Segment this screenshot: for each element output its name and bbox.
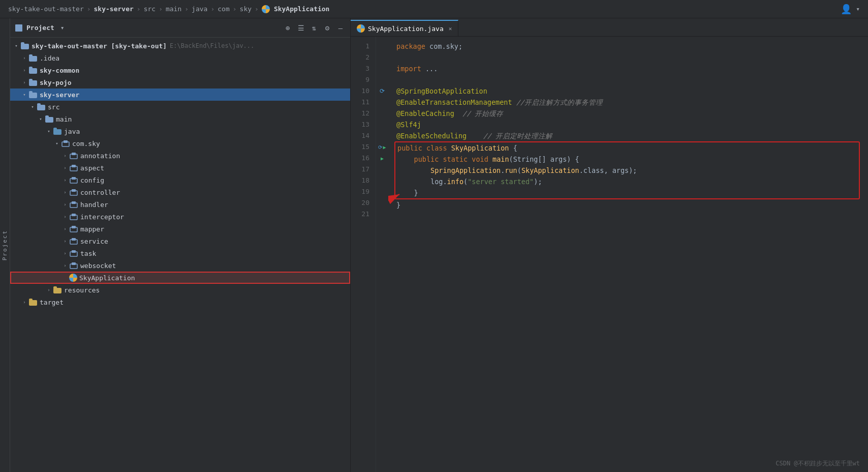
websocket-label: websocket	[80, 262, 116, 270]
user-icon[interactable]: 👤	[841, 4, 852, 14]
tree-item-service[interactable]: › service	[10, 235, 350, 247]
tab-close-button[interactable]: ✕	[449, 25, 452, 32]
tree-item-com-sky[interactable]: ▾ com.sky	[10, 137, 350, 150]
tree-arrow-websocket[interactable]: ›	[61, 261, 69, 270]
gutter-15-run[interactable]: ⟳ ▶	[376, 141, 388, 153]
sky-application-label: SkyApplication	[79, 274, 135, 282]
classname-skyapp-ref: SkyApplication	[521, 165, 579, 176]
tree-item-sky-application[interactable]: › SkyApplication	[10, 272, 350, 284]
tree-arrow-task[interactable]: ›	[61, 249, 69, 257]
gutter-19	[376, 186, 388, 197]
mapper-label: mapper	[80, 225, 104, 233]
package-icon-com-sky	[61, 139, 70, 148]
tree-arrow-controller[interactable]: ›	[61, 188, 69, 196]
tree-arrow-resources[interactable]: ›	[45, 286, 53, 294]
code-plain	[467, 130, 483, 141]
title-bar: sky-take-out-master › sky-server › src ›…	[0, 0, 868, 18]
tree-item-controller[interactable]: › controller	[10, 186, 350, 198]
package-icon-annotation	[69, 151, 78, 160]
tree-item-java[interactable]: ▾ java	[10, 125, 350, 137]
gutter-9	[376, 74, 388, 85]
tree-arrow-java[interactable]: ▾	[45, 127, 53, 135]
sky-pojo-label: sky-pojo	[40, 79, 72, 86]
tree-arrow-config[interactable]: ›	[61, 176, 69, 184]
svg-rect-29	[72, 214, 76, 216]
breadcrumb-item: sky	[240, 5, 252, 13]
code-content[interactable]: package com.sky; import ... @SpringBootA…	[388, 37, 868, 472]
tree-arrow-handler[interactable]: ›	[61, 200, 69, 209]
gutter-10[interactable]: ⟳	[376, 85, 388, 97]
project-dropdown-arrow[interactable]: ▾	[60, 24, 65, 32]
expand-collapse-button[interactable]: ⇅	[309, 23, 319, 33]
tree-arrow-aspect[interactable]: ›	[61, 164, 69, 172]
tree-arrow-annotation[interactable]: ›	[61, 152, 69, 160]
minimize-button[interactable]: —	[336, 23, 345, 33]
tree-arrow-idea[interactable]: ›	[20, 54, 28, 62]
tree-item-sky-server[interactable]: ▾ sky-server	[10, 88, 350, 101]
tree-arrow-service[interactable]: ›	[61, 237, 69, 245]
tree-arrow-com-sky[interactable]: ▾	[53, 139, 61, 148]
code-plain	[512, 97, 516, 108]
comment-caching: // 开始缓存	[462, 108, 503, 119]
editor-tab-sky-application[interactable]: SkyApplication.java ✕	[351, 20, 458, 36]
tree-arrow-src[interactable]: ▾	[28, 103, 37, 111]
svg-rect-27	[72, 201, 76, 204]
tree-item-task[interactable]: › task	[10, 247, 350, 259]
folder-icon-main	[45, 114, 54, 124]
package-icon-interceptor	[69, 212, 78, 221]
kw-static: static	[443, 154, 468, 165]
code-plain: .class, args);	[579, 165, 637, 176]
svg-rect-39	[53, 286, 57, 289]
scroll-to-button[interactable]: ☰	[296, 23, 305, 33]
tree-item-config[interactable]: › config	[10, 174, 350, 186]
tree-arrow-target[interactable]: ›	[20, 298, 28, 306]
tree-arrow-sky-common[interactable]: ›	[20, 66, 28, 74]
tree-arrow-sky-pojo[interactable]: ›	[20, 78, 28, 86]
tree-arrow-mapper[interactable]: ›	[61, 225, 69, 233]
tree-item-aspect[interactable]: › aspect	[10, 162, 350, 174]
tree-arrow-root[interactable]: ▾	[12, 42, 20, 50]
gutter-16-run[interactable]: ▶	[376, 153, 388, 164]
tree-arrow-sky-server[interactable]: ▾	[20, 91, 28, 99]
tree-item-annotation[interactable]: › annotation	[10, 150, 350, 162]
tree-item-interceptor[interactable]: › interceptor	[10, 211, 350, 223]
code-plain	[468, 154, 472, 165]
breadcrumb-item: src	[144, 5, 156, 13]
code-line-13: @Slf4j	[396, 119, 860, 130]
code-line-19: }	[397, 187, 859, 198]
line-num-2: 2	[351, 52, 369, 63]
tree-item-target[interactable]: › target	[10, 296, 350, 308]
tree-arrow-main[interactable]: ▾	[37, 115, 45, 123]
tree-item-idea[interactable]: › .idea	[10, 52, 350, 64]
line-num-21: 21	[351, 209, 369, 220]
code-plain: {	[509, 142, 517, 154]
settings-button[interactable]: ⚙	[323, 23, 332, 33]
tree-item-sky-pojo[interactable]: › sky-pojo	[10, 76, 350, 88]
breadcrumb-sep: ›	[255, 5, 259, 13]
vertical-project-tab[interactable]: Project	[0, 18, 10, 472]
package-icon-mapper	[69, 224, 78, 233]
folder-icon-resources	[53, 285, 62, 294]
tab-spring-icon	[357, 24, 365, 33]
tree-item-src[interactable]: ▾ src	[10, 101, 350, 113]
folder-icon-target	[28, 298, 38, 307]
breadcrumb-sep: ›	[233, 5, 237, 13]
breadcrumb-item: com	[218, 5, 229, 13]
breadcrumb-item: sky-server	[94, 5, 134, 13]
user-chevron[interactable]: ▾	[856, 5, 860, 13]
tree-item-main[interactable]: ▾ main	[10, 113, 350, 125]
target-label: target	[40, 299, 64, 306]
tree-item-websocket[interactable]: › websocket	[10, 259, 350, 272]
tree-item-handler[interactable]: › handler	[10, 198, 350, 211]
method-run: run	[505, 165, 517, 176]
line-num-17: 17	[351, 164, 369, 175]
tree-item-sky-common[interactable]: › sky-common	[10, 64, 350, 76]
tree-item-root[interactable]: ▾ sky-take-out-master [sky-take-out] E:\…	[10, 40, 350, 52]
tree-item-mapper[interactable]: › mapper	[10, 223, 350, 235]
tree-arrow-interceptor[interactable]: ›	[61, 213, 69, 221]
tree-item-resources[interactable]: › resources	[10, 284, 350, 296]
add-button[interactable]: ⊕	[283, 23, 292, 33]
kw-public-16: public	[414, 154, 439, 165]
classname-skyapplication: SkyApplication	[451, 142, 509, 154]
folder-icon-sky-common	[28, 66, 38, 75]
